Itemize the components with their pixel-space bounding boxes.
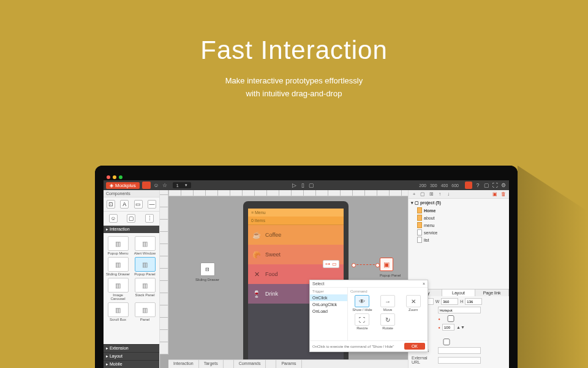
page-selector[interactable]: 1▾ bbox=[173, 182, 191, 188]
w-input[interactable] bbox=[441, 298, 458, 305]
shadow-check[interactable] bbox=[442, 315, 459, 322]
section-mobile[interactable]: ▸ Mobile bbox=[104, 360, 159, 368]
dots-tool-icon[interactable]: ⋮ bbox=[145, 214, 154, 223]
page-list[interactable]: list bbox=[411, 236, 507, 243]
section-interaction[interactable]: ▸ Interaction bbox=[104, 226, 159, 233]
monitor-frame: ◈ Mockplus ☺ ☆ 1▾ ▷ ▯ ▢ 200300400600 ? ▢… bbox=[95, 166, 518, 368]
play-icon[interactable]: ▷ bbox=[292, 182, 298, 188]
trigger-onclick[interactable]: OnClick bbox=[310, 294, 347, 301]
trash-icon[interactable]: 🗑 bbox=[500, 191, 507, 197]
canvas-tab[interactable]: Params bbox=[276, 360, 301, 368]
canvas-footer-tabs[interactable]: InteractionTargetsCommandsParams bbox=[168, 359, 408, 368]
section-extension[interactable]: ▸ Extension bbox=[104, 344, 159, 352]
component-alert-window[interactable]: ▥Alert Window bbox=[132, 236, 157, 255]
canvas-tab[interactable] bbox=[224, 360, 234, 368]
menu-row-coffee[interactable]: ☕Coffee bbox=[248, 225, 344, 245]
canvas-tab[interactable] bbox=[266, 360, 276, 368]
grid-toggle-icon[interactable] bbox=[465, 182, 472, 189]
url-input[interactable] bbox=[438, 357, 481, 364]
page-about[interactable]: about bbox=[411, 214, 507, 221]
left-panel: Components ⊡ A ▭ ― ☺ ▢ ⋮ ▸ Interaction ▥… bbox=[104, 190, 160, 368]
smiley-icon[interactable]: ☺ bbox=[153, 182, 159, 188]
rect-tool-icon[interactable]: ▢ bbox=[127, 214, 135, 223]
main-toolbar: ◈ Mockplus ☺ ☆ 1▾ ▷ ▯ ▢ 200300400600 ? ▢… bbox=[104, 180, 509, 190]
brand-badge[interactable]: ◈ Mockplus bbox=[106, 182, 140, 189]
ruler-vertical bbox=[160, 190, 168, 355]
down-icon[interactable]: ↓ bbox=[445, 191, 451, 197]
component-sliding-drawer[interactable]: ▥Sliding Drawer bbox=[105, 257, 130, 276]
components-header: Components bbox=[104, 190, 159, 197]
opacity-input[interactable] bbox=[442, 324, 454, 331]
page-service[interactable]: service bbox=[411, 229, 507, 236]
on-input[interactable] bbox=[438, 307, 481, 313]
text-tool-icon[interactable]: A bbox=[120, 200, 129, 209]
link-handle[interactable]: ⊶▭ bbox=[323, 260, 339, 268]
link-line bbox=[353, 264, 378, 265]
tab-layout[interactable]: Layout bbox=[442, 289, 476, 296]
maximize-icon[interactable] bbox=[119, 175, 123, 179]
zoom-levels[interactable]: 200300400600 bbox=[415, 183, 462, 188]
settings-icon[interactable]: ⚙ bbox=[500, 182, 507, 188]
interaction-link[interactable]: ▣ Popup Panel bbox=[353, 258, 393, 271]
component-scroll-box[interactable]: ▥Scroll Box bbox=[105, 302, 130, 321]
remarks-input[interactable] bbox=[438, 347, 481, 354]
device-icon[interactable]: ▯ bbox=[300, 182, 306, 188]
page-menu[interactable]: menu bbox=[411, 221, 507, 229]
hero-title: Fast Interaction bbox=[0, 0, 588, 65]
hero-subtitle: Make interactive prototypes effortlessly… bbox=[0, 75, 588, 101]
h-input[interactable] bbox=[465, 298, 482, 305]
hierarchy-icon[interactable]: ⊞ bbox=[428, 191, 434, 197]
line-tool-icon[interactable]: ― bbox=[148, 200, 156, 209]
add-icon[interactable]: + bbox=[411, 191, 417, 197]
monitor-shadow bbox=[518, 166, 588, 368]
smile-tool-icon[interactable]: ☺ bbox=[109, 214, 118, 223]
fullscreen-icon[interactable]: ⛶ bbox=[492, 182, 498, 188]
tab-pagelink[interactable]: Page link bbox=[475, 289, 509, 296]
canvas-tab[interactable]: Targets bbox=[199, 360, 224, 368]
minimize-icon[interactable] bbox=[113, 175, 116, 179]
close-icon[interactable]: × bbox=[423, 282, 425, 286]
page-home[interactable]: Home bbox=[411, 207, 507, 214]
window-traffic-lights bbox=[104, 174, 509, 180]
section-layout[interactable]: ▸ Layout bbox=[104, 352, 159, 360]
canvas-tab[interactable]: Commands bbox=[234, 360, 266, 368]
trigger-onload[interactable]: OnLoad bbox=[310, 308, 347, 315]
tree-root[interactable]: ▾ ▢ project (5) bbox=[411, 201, 507, 205]
sliding-drawer-widget[interactable]: ⊟ Sliding Drawer bbox=[195, 263, 219, 282]
link-icon: ⊶ bbox=[325, 261, 330, 267]
command-rotate[interactable]: ↻Rotate bbox=[376, 313, 400, 330]
command-zoom[interactable]: ✕Zoom bbox=[401, 295, 425, 312]
canvas-tab[interactable]: Interaction bbox=[168, 360, 199, 368]
right-toolbar: + ▢ ⊞ ↑ ↓ ▣ 🗑 bbox=[409, 190, 509, 199]
app-window: ◈ Mockplus ☺ ☆ 1▾ ▷ ▯ ▢ 200300400600 ? ▢… bbox=[104, 180, 509, 368]
select-tool-icon[interactable]: ⊡ bbox=[107, 200, 115, 209]
drawer-icon: ⊟ bbox=[205, 267, 209, 272]
close-icon[interactable] bbox=[107, 175, 110, 179]
folder-icon[interactable]: ▢ bbox=[420, 191, 426, 197]
dialog-title: Select bbox=[312, 282, 324, 286]
export-icon[interactable]: ▢ bbox=[309, 182, 315, 188]
star-icon[interactable]: ☆ bbox=[162, 182, 168, 188]
component-panel[interactable]: ▥Panel bbox=[132, 302, 157, 321]
command-resize[interactable]: ⛶Resize bbox=[350, 313, 374, 330]
ruler-horizontal bbox=[168, 190, 408, 196]
help-icon[interactable]: ? bbox=[475, 182, 481, 188]
shape-tool-icon[interactable]: ▭ bbox=[134, 200, 143, 209]
command-show-hide[interactable]: 👁Show / Hide bbox=[350, 295, 374, 312]
markup-check[interactable] bbox=[438, 339, 455, 345]
ok-button[interactable]: OK bbox=[404, 343, 425, 350]
component-popup-menu[interactable]: ▥Popup Menu bbox=[105, 236, 130, 255]
up-icon[interactable]: ↑ bbox=[437, 191, 443, 197]
component-stack-panel[interactable]: ▥Stack Panel bbox=[132, 278, 157, 301]
trigger-onlongclick[interactable]: OnLongClick bbox=[310, 301, 347, 308]
command-move[interactable]: →Move bbox=[376, 295, 400, 312]
page-tree: ▾ ▢ project (5) Homeaboutmenuservicelist bbox=[409, 199, 509, 245]
popup-panel-target[interactable]: ▣ bbox=[380, 258, 393, 271]
component-image-carousel[interactable]: ▥Image Carousel bbox=[105, 278, 130, 301]
menu-title: ≡ Menu bbox=[248, 209, 344, 217]
toolbox-row: ⊡ A ▭ ― bbox=[104, 197, 159, 212]
clone-icon[interactable]: ▣ bbox=[492, 191, 498, 197]
panel-icon[interactable]: ▢ bbox=[483, 182, 489, 188]
toolbar-mode-icon[interactable] bbox=[142, 182, 151, 189]
component-popup-panel[interactable]: ▥Popup Panel bbox=[132, 257, 157, 276]
